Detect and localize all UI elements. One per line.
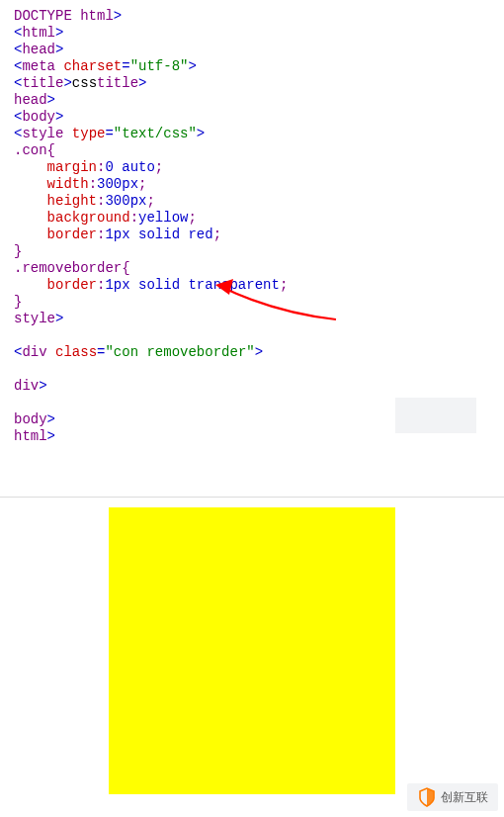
watermark-logo-icon (417, 787, 437, 807)
watermark: 创新互联 (407, 783, 498, 811)
blank-overlay (395, 398, 476, 433)
code-block: DOCTYPE html> <html> <head> <meta charse… (0, 0, 504, 459)
yellow-box (109, 507, 395, 794)
watermark-text: 创新互联 (441, 789, 488, 806)
demo-output (0, 498, 504, 794)
